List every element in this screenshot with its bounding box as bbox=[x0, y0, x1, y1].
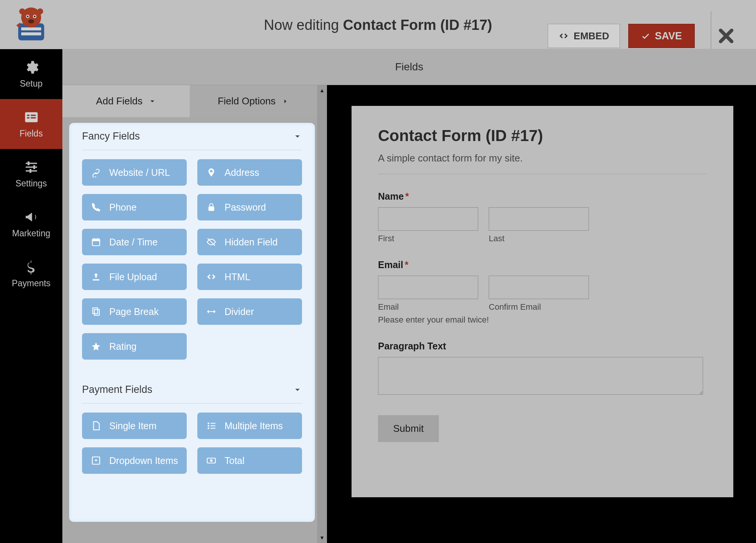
dollar-icon bbox=[24, 259, 39, 275]
field-password[interactable]: Password bbox=[197, 194, 302, 220]
sidebar-item-marketing[interactable]: Marketing bbox=[0, 199, 62, 249]
sidebar-label: Setup bbox=[20, 79, 42, 89]
left-sidebar: Setup Fields Settings Marketing Payments bbox=[0, 49, 62, 543]
field-label: Hidden Field bbox=[225, 237, 277, 248]
svg-rect-20 bbox=[33, 165, 35, 169]
field-hidden[interactable]: Hidden Field bbox=[197, 229, 302, 255]
editing-form-name: Contact Form (ID #17) bbox=[343, 17, 492, 33]
svg-point-6 bbox=[27, 16, 28, 17]
email-label: Email* bbox=[378, 259, 707, 270]
field-multiple-items[interactable]: Multiple Items bbox=[197, 413, 302, 439]
upload-icon bbox=[91, 272, 101, 282]
svg-rect-28 bbox=[93, 308, 98, 313]
name-sublabels: First Last bbox=[378, 234, 707, 244]
field-phone[interactable]: Phone bbox=[82, 194, 187, 220]
panel-title-bar: Fields bbox=[62, 49, 756, 85]
star-icon bbox=[91, 341, 101, 351]
field-html[interactable]: HTML bbox=[197, 264, 302, 290]
field-label: Address bbox=[225, 167, 259, 178]
tab-field-options[interactable]: Field Options bbox=[190, 85, 317, 117]
payment-fields-header[interactable]: Payment Fields bbox=[79, 379, 305, 403]
phone-icon bbox=[91, 202, 101, 212]
svg-point-32 bbox=[208, 427, 209, 429]
lock-icon bbox=[206, 202, 216, 212]
fancy-fields-grid: Website / URL Address Phone Password Dat… bbox=[79, 159, 305, 360]
label-text: Name bbox=[378, 191, 404, 202]
tab-add-fields[interactable]: Add Fields bbox=[62, 85, 190, 117]
svg-rect-17 bbox=[26, 166, 37, 168]
svg-rect-22 bbox=[208, 206, 214, 211]
svg-rect-16 bbox=[26, 163, 37, 164]
sidebar-label: Fields bbox=[20, 129, 43, 139]
form-preview: Contact Form (ID #17) A simple contact f… bbox=[352, 106, 733, 497]
chevron-down-icon bbox=[149, 98, 156, 105]
confirm-email-sublabel: Confirm Email bbox=[489, 302, 589, 312]
sidebar-item-settings[interactable]: Settings bbox=[0, 149, 62, 199]
svg-point-30 bbox=[208, 422, 209, 424]
svg-point-8 bbox=[28, 19, 34, 23]
field-label: Date / Time bbox=[109, 237, 158, 248]
code-icon bbox=[206, 272, 216, 282]
sidebar-item-payments[interactable]: Payments bbox=[0, 249, 62, 299]
email-input[interactable] bbox=[378, 276, 478, 299]
email-sublabel: Email bbox=[378, 302, 478, 312]
sidebar-item-fields[interactable]: Fields bbox=[0, 99, 62, 149]
name-row bbox=[378, 207, 707, 231]
field-total[interactable]: Total bbox=[197, 447, 302, 474]
first-sublabel: First bbox=[378, 234, 478, 244]
check-icon bbox=[641, 31, 650, 40]
sidebar-item-setup[interactable]: Setup bbox=[0, 49, 62, 99]
group-title: Payment Fields bbox=[82, 384, 152, 396]
confirm-email-input[interactable] bbox=[489, 276, 589, 299]
map-pin-icon bbox=[206, 168, 216, 177]
gear-icon bbox=[24, 60, 39, 75]
scrollbar-track[interactable]: ▲ ▼ bbox=[317, 85, 327, 543]
money-icon bbox=[206, 456, 216, 465]
svg-rect-21 bbox=[29, 169, 31, 173]
field-divider[interactable]: Divider bbox=[197, 298, 302, 325]
embed-button[interactable]: EMBED bbox=[548, 24, 620, 48]
sidebar-label: Payments bbox=[12, 278, 50, 289]
field-website-url[interactable]: Website / URL bbox=[82, 159, 187, 186]
field-address[interactable]: Address bbox=[197, 159, 302, 186]
code-icon bbox=[559, 31, 569, 41]
scroll-down-icon[interactable]: ▼ bbox=[317, 532, 327, 543]
editing-prefix: Now editing bbox=[264, 17, 343, 33]
svg-rect-14 bbox=[31, 115, 36, 116]
field-single-item[interactable]: Single Item bbox=[82, 413, 187, 439]
field-label: Website / URL bbox=[109, 167, 170, 178]
tab-label: Add Fields bbox=[96, 95, 143, 107]
label-text: Email bbox=[378, 259, 403, 270]
svg-rect-35 bbox=[211, 428, 215, 428]
field-label: Single Item bbox=[109, 420, 156, 431]
group-title: Fancy Fields bbox=[82, 130, 140, 142]
svg-point-7 bbox=[34, 16, 36, 17]
chevron-down-icon bbox=[293, 385, 302, 394]
sidebar-label: Marketing bbox=[12, 228, 50, 239]
fancy-fields-header[interactable]: Fancy Fields bbox=[79, 125, 305, 150]
chevron-down-icon bbox=[293, 132, 302, 141]
svg-rect-12 bbox=[27, 115, 29, 116]
field-dropdown-items[interactable]: Dropdown Items bbox=[82, 447, 187, 474]
field-label: File Upload bbox=[109, 272, 157, 282]
svg-point-9 bbox=[19, 8, 25, 14]
field-page-break[interactable]: Page Break bbox=[82, 298, 187, 325]
submit-button[interactable]: Submit bbox=[378, 415, 439, 442]
paragraph-textarea[interactable] bbox=[378, 357, 703, 395]
field-label: Rating bbox=[109, 341, 136, 352]
field-file-upload[interactable]: File Upload bbox=[82, 264, 187, 290]
email-sublabels: Email Confirm Email bbox=[378, 302, 707, 312]
field-label: Password bbox=[225, 202, 266, 213]
field-rating[interactable]: Rating bbox=[82, 333, 187, 360]
caret-square-icon bbox=[91, 456, 101, 465]
first-name-input[interactable] bbox=[378, 207, 478, 231]
sliders-icon bbox=[24, 160, 39, 175]
arrows-h-icon bbox=[206, 307, 216, 316]
scroll-up-icon[interactable]: ▲ bbox=[317, 85, 327, 96]
save-button[interactable]: SAVE bbox=[628, 24, 695, 48]
field-label: HTML bbox=[225, 272, 250, 282]
last-name-input[interactable] bbox=[489, 207, 589, 231]
svg-rect-33 bbox=[211, 423, 215, 424]
email-hint: Please enter your email twice! bbox=[378, 315, 707, 325]
field-date-time[interactable]: Date / Time bbox=[82, 229, 187, 255]
